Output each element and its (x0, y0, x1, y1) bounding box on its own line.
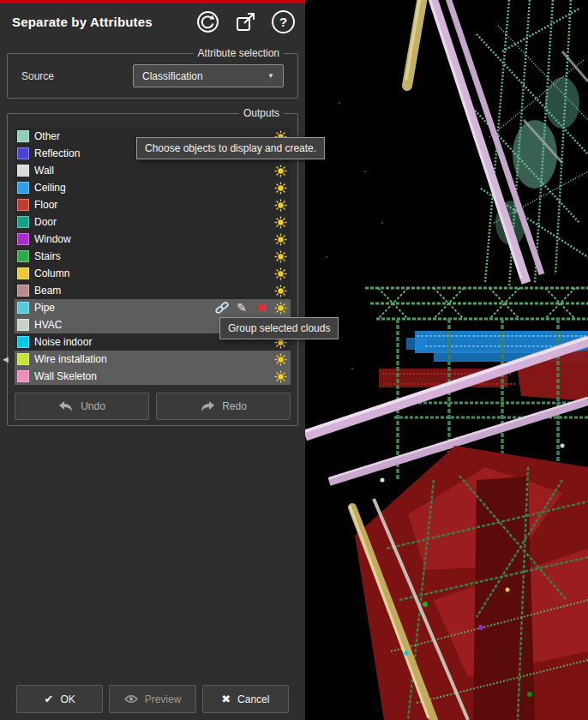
3d-viewport[interactable] (305, 0, 588, 720)
visibility-bulb-icon[interactable] (274, 370, 287, 383)
color-swatch (17, 353, 29, 365)
item-label: Door (34, 216, 274, 228)
list-item[interactable]: Wire installation ✎ ✖ (15, 351, 291, 368)
visibility-bulb-icon[interactable] (274, 199, 287, 212)
redo-arrow-icon (200, 400, 215, 412)
outputs-group: Outputs Other ✎ ✖ (7, 113, 298, 426)
tooltip-group-selected-clouds: Group selected clouds (219, 317, 339, 339)
delete-icon[interactable]: ✖ (255, 301, 268, 315)
visibility-bulb-icon[interactable] (274, 216, 287, 229)
color-swatch (17, 285, 29, 297)
color-swatch (17, 250, 29, 262)
item-label: Pipe (34, 302, 215, 314)
item-label: Floor (34, 199, 274, 211)
source-dropdown[interactable]: Classification ▼ (133, 64, 284, 87)
panel-title: Separate by Attributes (12, 15, 153, 29)
color-swatch (17, 336, 29, 348)
cancel-label: Cancel (237, 693, 269, 705)
chevron-down-icon: ▼ (267, 72, 274, 80)
attribute-selection-group: Attribute selection Source Classificatio… (7, 53, 298, 99)
export-icon[interactable] (234, 10, 257, 33)
item-label: Wall (34, 165, 274, 177)
color-swatch (17, 199, 29, 211)
color-swatch (17, 147, 29, 159)
list-item[interactable]: Wall Skeleton ✎ ✖ (15, 368, 291, 385)
list-item[interactable]: Column ✎ ✖ (15, 265, 291, 282)
item-label: Wire installation (34, 353, 274, 365)
item-label: Beam (34, 285, 274, 297)
panel-collapse-arrow[interactable]: ◄ (1, 354, 10, 364)
redo-button[interactable]: Redo (156, 393, 291, 420)
color-swatch (17, 302, 29, 314)
undo-button[interactable]: Undo (15, 393, 149, 420)
color-swatch (17, 267, 29, 279)
source-label: Source (21, 70, 133, 82)
undo-label: Undo (81, 400, 105, 412)
link-icon[interactable] (215, 301, 229, 315)
row-tools: ✎ ✖ (215, 301, 268, 315)
list-item[interactable]: Wall ✎ ✖ (15, 162, 291, 179)
color-swatch (17, 182, 29, 194)
color-swatch (17, 233, 29, 245)
footer-buttons: ✔ OK Preview ✖ Cancel (0, 685, 305, 713)
redo-label: Redo (222, 400, 247, 412)
item-label: Window (34, 233, 274, 245)
list-item[interactable]: Pipe ✎ ✖ (15, 299, 291, 316)
ok-label: OK (60, 693, 75, 705)
visibility-bulb-icon[interactable] (274, 302, 287, 315)
edit-icon[interactable]: ✎ (235, 301, 249, 315)
preview-button[interactable]: Preview (109, 685, 195, 713)
ok-button[interactable]: ✔ OK (16, 685, 103, 713)
app-window: Separate by Attributes (0, 0, 588, 720)
eye-icon (124, 694, 138, 704)
undo-arrow-icon (58, 400, 74, 412)
cancel-button[interactable]: ✖ Cancel (202, 685, 289, 713)
item-label: Column (34, 267, 274, 279)
item-label: Ceiling (34, 182, 274, 194)
separate-by-attributes-panel: Separate by Attributes (0, 0, 305, 720)
list-item[interactable]: Ceiling ✎ ✖ (15, 179, 291, 196)
reset-icon[interactable] (196, 10, 219, 33)
visibility-bulb-icon[interactable] (274, 250, 287, 263)
color-swatch (17, 216, 29, 228)
help-icon[interactable]: ? (272, 10, 295, 33)
color-swatch (17, 370, 29, 382)
color-swatch (17, 130, 29, 142)
attribute-selection-label: Attribute selection (194, 47, 284, 60)
color-swatch (17, 319, 29, 331)
help-glyph: ? (279, 15, 287, 28)
color-swatch (17, 165, 29, 177)
list-item[interactable]: Window ✎ ✖ (15, 231, 291, 248)
source-dropdown-value: Classification (142, 70, 203, 82)
close-icon: ✖ (221, 693, 231, 705)
item-label: Wall Skeleton (34, 370, 274, 382)
list-item[interactable]: Stairs ✎ ✖ (15, 248, 291, 265)
tooltip-choose-objects: Choose objects to display and create. (136, 137, 325, 159)
list-item[interactable]: Floor ✎ ✖ (15, 196, 291, 213)
check-icon: ✔ (45, 693, 54, 705)
outputs-label: Outputs (239, 107, 284, 120)
list-item[interactable]: Door ✎ ✖ (15, 213, 291, 231)
visibility-bulb-icon[interactable] (274, 267, 287, 280)
panel-titlebar: Separate by Attributes (0, 3, 305, 39)
visibility-bulb-icon[interactable] (274, 182, 287, 195)
visibility-bulb-icon[interactable] (274, 353, 287, 366)
point-cloud-scene (305, 0, 588, 720)
preview-label: Preview (145, 693, 182, 705)
visibility-bulb-icon[interactable] (274, 285, 287, 297)
item-label: Stairs (34, 250, 274, 262)
list-item[interactable]: Beam ✎ ✖ (15, 282, 291, 299)
outputs-list: Other ✎ ✖ (15, 128, 291, 385)
visibility-bulb-icon[interactable] (274, 165, 287, 177)
visibility-bulb-icon[interactable] (274, 233, 287, 246)
